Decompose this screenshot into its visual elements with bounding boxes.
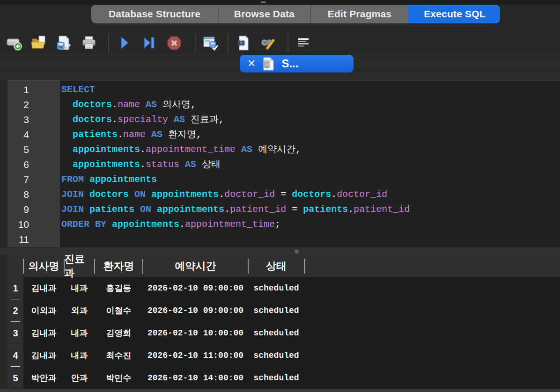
results-panel: 의사명진료과환자명예약시간상태 1김내과내과홍길동2026-02-10 09:0… [0, 255, 560, 389]
code-line[interactable]: 2 doctors.name AS 의사명, [8, 97, 560, 112]
table-cell[interactable]: 김내과 [23, 277, 64, 299]
table-cell[interactable]: 이철수 [95, 299, 143, 322]
column-header-1[interactable]: 의사명 [23, 255, 64, 277]
results-header-filler [304, 255, 560, 277]
sql-editor-lines: 1SELECT2 doctors.name AS 의사명,3 doctors.s… [8, 82, 560, 247]
toolbar-separator [287, 34, 288, 52]
table-cell[interactable]: 박민수 [95, 367, 143, 389]
edit-sql-button[interactable] [259, 35, 276, 51]
execute-all-button[interactable] [116, 35, 133, 51]
code-line[interactable]: 7FROM appointments [8, 172, 560, 187]
line-number: 5 [8, 142, 60, 157]
row-filler [304, 322, 560, 344]
code-text: SELECT [60, 82, 95, 97]
table-cell[interactable]: scheduled [248, 277, 304, 299]
sql-tab-label: S... [281, 57, 298, 70]
code-text: doctors.name AS 의사명, [60, 97, 196, 112]
row-number[interactable]: 5 [7, 367, 23, 389]
code-line[interactable]: 10ORDER BY appointments.appointment_time… [8, 217, 560, 232]
save-results-icon [202, 35, 219, 51]
row-number[interactable]: 1 [7, 277, 23, 299]
code-text: appointments.appointment_time AS 예약시간, [60, 142, 301, 157]
main-tab-edit-pragmas[interactable]: Edit Pragmas [310, 5, 408, 23]
line-number: 3 [8, 112, 60, 127]
row-filler [304, 367, 560, 389]
table-cell[interactable]: 안과 [64, 367, 95, 389]
code-line[interactable]: 3 doctors.specialty AS 진료과, [8, 112, 560, 127]
table-cell[interactable]: 홍길동 [95, 277, 143, 299]
row-filler [304, 344, 560, 367]
print-button[interactable] [81, 35, 97, 51]
table-cell[interactable]: 김내과 [23, 344, 64, 367]
new-sql-tab-icon [6, 35, 22, 51]
table-cell[interactable]: 박안과 [23, 367, 64, 389]
execute-current-line-button[interactable] [140, 35, 157, 51]
code-text [60, 232, 61, 247]
column-header-3[interactable]: 환자명 [95, 255, 143, 277]
table-row: 1김내과내과홍길동2026-02-10 09:00:00scheduled [0, 277, 560, 299]
row-pad [0, 277, 7, 299]
code-line[interactable]: 1SELECT [8, 82, 560, 97]
text-lines-icon [295, 35, 312, 51]
column-header-5[interactable]: 상태 [248, 255, 304, 277]
table-cell[interactable]: 최수진 [95, 344, 143, 367]
row-pad [0, 299, 7, 322]
show-sql-log-button[interactable] [295, 35, 312, 51]
save-sql-file-button[interactable] [55, 35, 72, 51]
row-number[interactable]: 4 [7, 344, 23, 367]
code-line[interactable]: 4 patients.name AS 환자명, [8, 127, 560, 142]
table-cell[interactable]: scheduled [248, 367, 304, 389]
code-line[interactable]: 6 appointments.status AS 상태 [8, 157, 560, 172]
line-number: 9 [8, 202, 60, 217]
table-cell[interactable]: scheduled [248, 322, 304, 344]
main-tab-execute-sql[interactable]: Execute SQL [408, 5, 500, 23]
main-tab-browse-data[interactable]: Browse Data [218, 5, 310, 23]
code-line[interactable]: 9JOIN patients ON appointments.patient_i… [8, 202, 560, 217]
table-cell[interactable]: scheduled [248, 344, 304, 367]
close-icon[interactable]: ✕ [247, 58, 256, 69]
table-cell[interactable]: scheduled [248, 299, 304, 322]
results-header-pad [0, 255, 7, 277]
table-cell[interactable]: 내과 [64, 322, 95, 344]
code-text: ORDER BY appointments.appointment_time; [60, 217, 280, 232]
stop-execution-button[interactable] [166, 35, 183, 51]
results-body: 1김내과내과홍길동2026-02-10 09:00:00scheduled2이외… [0, 277, 560, 389]
code-line[interactable]: 11 [8, 232, 560, 247]
table-cell[interactable]: 내과 [64, 277, 95, 299]
table-cell[interactable]: 2026-02-10 14:00:00 [143, 367, 248, 389]
table-cell[interactable]: 김내과 [23, 322, 64, 344]
table-cell[interactable]: 김영희 [95, 322, 143, 344]
results-header-corner[interactable] [7, 255, 23, 277]
row-number[interactable]: 2 [7, 299, 23, 322]
sql-tab[interactable]: ✕ S... [240, 55, 354, 73]
table-cell[interactable]: 2026-02-10 09:00:00 [143, 299, 248, 322]
code-line[interactable]: 5 appointments.appointment_time AS 예약시간, [8, 142, 560, 157]
main-tab-database-structure[interactable]: Database Structure [91, 5, 218, 23]
find-in-sql-button[interactable] [235, 35, 252, 51]
table-cell[interactable]: 2026-02-10 10:00:00 [143, 322, 248, 344]
row-pad [0, 322, 7, 344]
table-cell[interactable]: 2026-02-10 11:00:00 [143, 344, 248, 367]
save-file-icon [55, 35, 72, 51]
column-header-2[interactable]: 진료과 [64, 255, 95, 277]
open-file-icon [30, 35, 47, 51]
toolbar-separator [195, 34, 196, 52]
line-number: 2 [8, 97, 60, 112]
code-line[interactable]: 8JOIN doctors ON appointments.doctor_id … [8, 187, 560, 202]
save-results-view-button[interactable] [202, 35, 219, 51]
table-row: 4김내과내과최수진2026-02-10 11:00:00scheduled [0, 344, 560, 367]
play-icon [116, 35, 133, 51]
row-number[interactable]: 3 [7, 322, 23, 344]
bottom-strip [0, 389, 560, 392]
new-sql-tab-button[interactable] [6, 35, 22, 51]
table-cell[interactable]: 외과 [64, 299, 95, 322]
table-cell[interactable]: 내과 [64, 344, 95, 367]
column-header-4[interactable]: 예약시간 [143, 255, 248, 277]
code-text: appointments.status AS 상태 [60, 157, 221, 172]
sql-editor[interactable]: 1SELECT2 doctors.name AS 의사명,3 doctors.s… [7, 80, 560, 247]
row-pad [0, 344, 7, 367]
table-cell[interactable]: 2026-02-10 09:00:00 [143, 277, 248, 299]
table-cell[interactable]: 이외과 [23, 299, 64, 322]
db-browser-window: Database StructureBrowse DataEdit Pragma… [0, 0, 560, 392]
open-sql-file-button[interactable] [30, 35, 47, 51]
